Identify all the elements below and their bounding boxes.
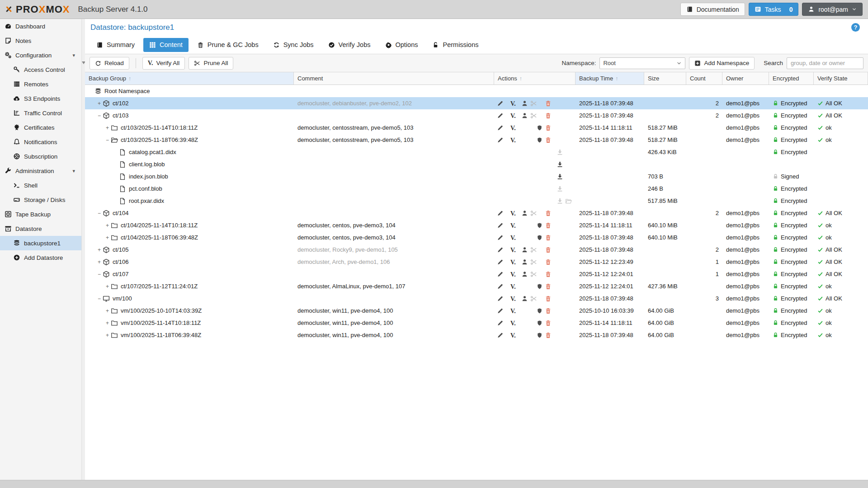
expand-icon[interactable]: + [104, 320, 111, 326]
protect-icon[interactable] [537, 124, 542, 131]
remove-icon[interactable] [545, 246, 552, 253]
sidebar-item-administration[interactable]: Administration ▾ [0, 164, 81, 178]
protect-icon[interactable] [537, 283, 542, 290]
prune-icon[interactable] [530, 210, 537, 216]
change-owner-icon[interactable] [521, 295, 528, 302]
remove-icon[interactable] [545, 112, 552, 119]
table-row[interactable]: + vm/100/2025-11-14T10:18:11Z democluste… [85, 317, 868, 329]
remove-icon[interactable] [545, 319, 552, 326]
verify-icon[interactable]: V. [510, 246, 519, 253]
verify-icon[interactable]: V. [510, 136, 519, 143]
edit-icon[interactable] [497, 100, 504, 107]
verify-icon[interactable]: V. [510, 234, 519, 241]
table-row[interactable]: − ct/103/2025-11-18T06:39:48Z democluste… [85, 134, 868, 146]
verify-icon[interactable]: V. [510, 295, 519, 302]
verify-icon[interactable]: V. [510, 258, 519, 265]
verify-icon[interactable]: V. [510, 332, 519, 338]
change-owner-icon[interactable] [521, 258, 528, 265]
change-owner-icon[interactable] [521, 112, 528, 119]
remove-icon[interactable] [545, 258, 552, 265]
column-header-owner[interactable]: Owner [722, 72, 769, 84]
column-header-backup-group[interactable]: Backup Group ↑ [85, 72, 294, 84]
edit-icon[interactable] [497, 319, 504, 326]
column-header-backup-time[interactable]: Backup Time ↑ [576, 72, 644, 84]
tab-sync-jobs[interactable]: Sync Jobs [267, 38, 320, 52]
table-row[interactable]: + ct/104/2025-11-14T10:18:11Z democluste… [85, 219, 868, 231]
column-header-actions[interactable]: Actions ↑ [494, 72, 576, 84]
prune-icon[interactable] [530, 112, 537, 119]
tab-summary[interactable]: Summary [90, 38, 141, 52]
table-row[interactable]: + ct/102 democluster, debianbuster, pve-… [85, 97, 868, 109]
table-row[interactable]: root.pxar.didx 517.85 MiB Encrypted [85, 195, 868, 207]
verify-icon[interactable]: V. [510, 271, 519, 277]
sidebar-item-backupstore1[interactable]: backupstore1 [0, 236, 81, 250]
edit-icon[interactable] [497, 136, 504, 143]
tab-verify-jobs[interactable]: Verify Jobs [322, 38, 377, 52]
edit-icon[interactable] [497, 307, 504, 314]
verify-icon[interactable]: V. [510, 222, 519, 229]
edit-icon[interactable] [497, 210, 504, 216]
user-menu-button[interactable]: root@pam [802, 3, 863, 16]
sidebar-item-traffic-control[interactable]: Traffic Control [0, 106, 81, 120]
remove-icon[interactable] [545, 283, 552, 290]
expand-icon[interactable]: + [104, 308, 111, 314]
sidebar-item-access-control[interactable]: Access Control [0, 62, 81, 77]
remove-icon[interactable] [545, 100, 552, 107]
section-caret-icon[interactable]: ▾ [72, 168, 75, 174]
table-row[interactable]: pct.conf.blob 246 B Encrypted [85, 183, 868, 195]
column-header-verify-state[interactable]: Verify State [814, 72, 868, 84]
edit-icon[interactable] [497, 124, 504, 131]
protect-icon[interactable] [537, 332, 542, 338]
verify-icon[interactable]: V. [510, 210, 519, 216]
change-owner-icon[interactable] [521, 246, 528, 253]
verify-icon[interactable]: V. [510, 112, 519, 119]
remove-icon[interactable] [545, 124, 552, 131]
documentation-button[interactable]: Documentation [680, 3, 745, 16]
table-row[interactable]: catalog.pcat1.didx 426.43 KiB Encrypted [85, 146, 868, 158]
prune-all-button[interactable]: Prune All [189, 57, 233, 70]
expand-icon[interactable]: + [96, 100, 103, 107]
verify-icon[interactable]: V. [510, 307, 519, 314]
table-row[interactable]: + vm/100/2025-11-18T06:39:48Z democluste… [85, 329, 868, 341]
collapse-icon[interactable]: − [104, 137, 111, 143]
protect-icon[interactable] [537, 319, 542, 326]
collapse-icon[interactable]: − [96, 210, 103, 216]
table-row[interactable]: + ct/107/2025-11-12T11:24:01Z democluste… [85, 280, 868, 292]
expand-icon[interactable]: + [104, 332, 111, 338]
remove-icon[interactable] [545, 136, 552, 143]
expand-icon[interactable]: + [104, 283, 111, 290]
table-row[interactable]: − ct/104 V. 2025-11-18 07:39:48 2 demo1@… [85, 207, 868, 219]
remove-icon[interactable] [545, 234, 552, 241]
table-row[interactable]: + vm/100/2025-10-10T14:03:39Z democluste… [85, 305, 868, 317]
table-row[interactable]: − vm/100 V. 2025-11-18 07:39:48 3 demo1@… [85, 292, 868, 305]
table-row[interactable]: + ct/106 democluster, Arch, pve-demo1, 1… [85, 256, 868, 268]
sidebar-item-datastore[interactable]: Datastore [0, 221, 81, 236]
help-icon[interactable]: ? [851, 23, 860, 32]
sidebar-item-certificates[interactable]: Certificates [0, 120, 81, 135]
table-row[interactable]: + ct/103/2025-11-14T10:18:11Z democluste… [85, 122, 868, 134]
protect-icon[interactable] [537, 222, 542, 229]
column-header-encrypted[interactable]: Encrypted [769, 72, 814, 84]
prune-icon[interactable] [530, 100, 537, 107]
edit-icon[interactable] [497, 222, 504, 229]
table-row[interactable]: client.log.blob [85, 158, 868, 170]
remove-icon[interactable] [545, 210, 552, 216]
namespace-select[interactable]: Root [599, 57, 685, 69]
table-row[interactable]: Root Namespace [85, 85, 868, 97]
expand-icon[interactable]: + [104, 125, 111, 131]
sidebar-item-dashboard[interactable]: Dashboard [0, 19, 81, 33]
verify-icon[interactable]: V. [510, 319, 519, 326]
verify-icon[interactable]: V. [510, 100, 519, 107]
download-icon[interactable] [557, 161, 563, 168]
edit-icon[interactable] [497, 246, 504, 253]
collapse-icon[interactable]: − [96, 296, 103, 302]
expand-icon[interactable]: + [96, 247, 103, 253]
remove-icon[interactable] [545, 271, 552, 277]
protect-icon[interactable] [537, 307, 542, 314]
change-owner-icon[interactable] [521, 271, 528, 277]
sidebar-item-add-datastore[interactable]: Add Datastore [0, 250, 81, 265]
edit-icon[interactable] [497, 283, 504, 290]
edit-icon[interactable] [497, 112, 504, 119]
prune-icon[interactable] [530, 246, 537, 253]
prune-icon[interactable] [530, 271, 537, 277]
